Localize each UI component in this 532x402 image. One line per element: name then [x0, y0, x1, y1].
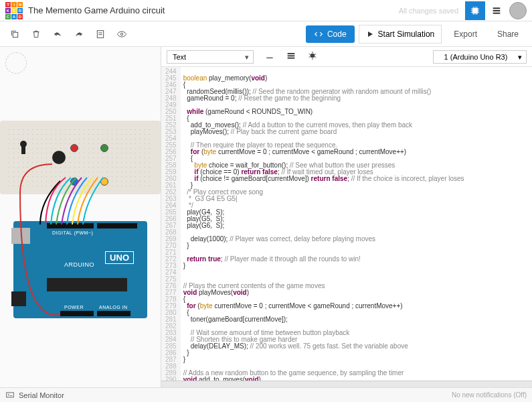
export-button[interactable]: Export: [446, 25, 485, 43]
svg-rect-5: [97, 30, 103, 38]
led-blue[interactable]: [70, 178, 78, 186]
project-title[interactable]: The Memento Game Arduino circuit: [28, 5, 399, 15]
board-select[interactable]: 1 (Arduino Uno R3): [433, 50, 527, 64]
led-red[interactable]: [70, 144, 78, 152]
svg-rect-2: [493, 10, 501, 11]
download-code-icon[interactable]: [259, 48, 280, 66]
debugger-icon[interactable]: [302, 48, 323, 66]
piezo-buzzer[interactable]: [52, 151, 66, 164]
delete-icon[interactable]: [27, 25, 46, 44]
user-avatar[interactable]: [509, 2, 527, 19]
visibility-icon[interactable]: [112, 25, 131, 44]
tinkercad-logo[interactable]: TINKERCAD: [5, 2, 23, 19]
svg-rect-3: [493, 12, 501, 13]
list-view-icon[interactable]: [486, 1, 507, 20]
copy-icon[interactable]: [5, 25, 24, 44]
code-editor[interactable]: 2442452462472482492502512522532542552562…: [161, 67, 532, 381]
uno-board-label: UNO: [105, 251, 134, 264]
code-button-label: Code: [327, 29, 347, 39]
serial-monitor-bar[interactable]: Serial Monitor No new notifications (Off…: [0, 387, 532, 402]
code-button[interactable]: Code: [306, 25, 355, 43]
components-panel-icon[interactable]: [465, 1, 485, 20]
serial-monitor-icon: [5, 391, 15, 400]
power-pins-label: POWER: [64, 305, 84, 310]
led-yellow[interactable]: [100, 178, 108, 186]
svg-point-6: [120, 33, 122, 35]
save-status: All changes saved: [399, 7, 458, 15]
transistor-component[interactable]: [20, 141, 27, 147]
svg-point-10: [311, 54, 315, 58]
code-panel: Text 1 (Arduino Uno R3) 2442452462472482…: [161, 47, 532, 387]
digital-pin-header-2: [97, 223, 137, 228]
line-number-gutter: 2442452462472482492502512522532542552562…: [161, 67, 181, 381]
serial-monitor-label: Serial Monitor: [19, 391, 64, 399]
microcontroller-chip: [47, 278, 127, 291]
analog-pins-label: ANALOG IN: [99, 305, 128, 310]
svg-rect-11: [7, 392, 14, 397]
libraries-icon[interactable]: [280, 48, 302, 66]
share-button[interactable]: Share: [489, 25, 527, 43]
arduino-uno-component[interactable]: DIGITAL (PWM~) UNO ARDUINO POWER ANALOG …: [13, 221, 147, 318]
svg-rect-0: [472, 8, 478, 13]
code-content[interactable]: boolean play_memory(void){ randomSeed(mi…: [181, 67, 532, 381]
digital-pin-header: [47, 223, 94, 228]
app-header: TINKERCAD The Memento Game Arduino circu…: [0, 0, 532, 21]
svg-rect-1: [493, 7, 501, 9]
power-pin-header: [60, 311, 94, 316]
usb-port: [11, 228, 30, 244]
power-jack: [11, 291, 26, 306]
code-mode-select[interactable]: Text: [167, 50, 254, 64]
svg-rect-9: [288, 58, 295, 59]
svg-rect-4: [13, 32, 17, 37]
view-rotate-control[interactable]: [5, 52, 27, 74]
main-toolbar: Code Start Simulation Export Share: [0, 21, 532, 47]
start-simulation-button[interactable]: Start Simulation: [359, 25, 442, 44]
horizontal-scrollbar[interactable]: [161, 381, 532, 387]
analog-pin-header: [97, 311, 130, 316]
notes-icon[interactable]: [91, 25, 110, 44]
redo-icon[interactable]: [70, 25, 88, 44]
arduino-brand-label: ARDUINO: [64, 261, 94, 268]
undo-icon[interactable]: [48, 25, 67, 44]
breadboard-component[interactable]: [0, 121, 161, 194]
digital-pins-label: DIGITAL (PWM~): [52, 230, 93, 235]
wires-overlay: [0, 47, 161, 382]
svg-rect-8: [288, 55, 295, 56]
start-simulation-label: Start Simulation: [378, 29, 435, 39]
circuit-canvas[interactable]: DIGITAL (PWM~) UNO ARDUINO POWER ANALOG …: [0, 47, 161, 387]
code-toolbar: Text 1 (Arduino Uno R3): [161, 47, 532, 67]
notifications-status: No new notifications (Off): [452, 391, 527, 399]
svg-rect-7: [288, 53, 295, 54]
led-green[interactable]: [100, 144, 108, 152]
